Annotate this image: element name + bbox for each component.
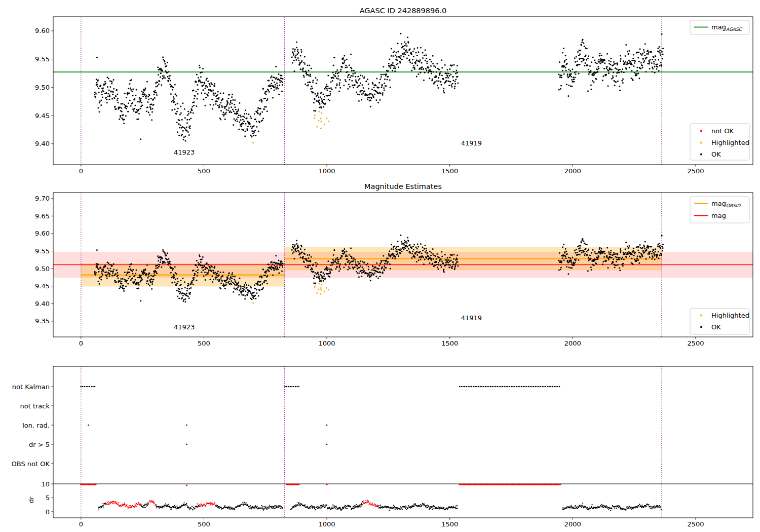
not-kalman-point bbox=[464, 386, 466, 388]
dr-trace-point bbox=[387, 507, 388, 508]
dr-trace-point bbox=[654, 506, 655, 507]
dr-trace-point bbox=[144, 505, 145, 506]
y-tick-label: 9.35 bbox=[35, 317, 50, 325]
legend-marker-sample bbox=[700, 154, 702, 156]
dr-trace-point bbox=[574, 508, 575, 509]
not-kalman-point bbox=[284, 386, 286, 388]
dr-trace-point bbox=[210, 504, 211, 505]
dr-trace-point bbox=[176, 508, 177, 509]
not-kalman-point bbox=[295, 386, 296, 388]
dr-trace-point bbox=[434, 506, 435, 507]
dr-trace-point bbox=[620, 507, 621, 508]
dr-trace-point bbox=[169, 506, 170, 507]
flag-category-label: not Kalman bbox=[12, 383, 50, 391]
dr-trace-point bbox=[447, 509, 448, 510]
dr-trace-point bbox=[420, 506, 421, 507]
dr-trace-point bbox=[261, 508, 262, 509]
dr-trace-point bbox=[587, 507, 588, 508]
obsid-label: 41919 bbox=[461, 314, 482, 322]
not-kalman-point bbox=[459, 386, 461, 388]
dr-trace-point bbox=[371, 503, 372, 504]
dr-trace-point bbox=[388, 506, 389, 507]
dr-trace-point bbox=[390, 508, 391, 509]
dr-trace-point bbox=[240, 504, 241, 505]
dr-trace-point bbox=[605, 507, 606, 508]
dr-trace-point bbox=[397, 509, 398, 510]
dr-trace-point bbox=[374, 503, 375, 504]
not-kalman-point bbox=[497, 386, 499, 388]
not-kalman-point bbox=[543, 386, 545, 388]
not-kalman-point bbox=[495, 386, 497, 388]
dr-trace-point bbox=[257, 508, 258, 509]
x-tick-label: 1500 bbox=[441, 167, 458, 175]
dr-trace-point bbox=[165, 503, 166, 504]
y-tick-label: 9.60 bbox=[35, 230, 50, 237]
dr-trace-point bbox=[438, 506, 439, 507]
not-kalman-point bbox=[555, 386, 557, 388]
not-kalman-point bbox=[552, 386, 553, 388]
dr-trace-point bbox=[362, 501, 363, 502]
dr-trace-point bbox=[426, 505, 427, 506]
dr-trace-point bbox=[174, 505, 175, 506]
dr-trace-point bbox=[606, 506, 607, 507]
dr-trace-point bbox=[657, 507, 658, 508]
dr-trace-point bbox=[134, 507, 135, 508]
dr-trace-point bbox=[377, 506, 378, 507]
plot2-title: Magnitude Estimates bbox=[53, 182, 753, 191]
dr-trace-point bbox=[114, 503, 115, 504]
dr-trace-point bbox=[320, 506, 321, 507]
legend-marker-sample bbox=[700, 315, 702, 317]
dr-trace-point bbox=[355, 507, 356, 508]
dr-trace-point bbox=[326, 505, 327, 506]
not-kalman-point bbox=[481, 386, 483, 388]
y-tick-label: 9.40 bbox=[35, 140, 50, 147]
dr-trace-point bbox=[120, 505, 121, 506]
dr-trace-point bbox=[113, 501, 114, 502]
dr-trace-point bbox=[654, 508, 655, 509]
not-kalman-point bbox=[473, 386, 474, 388]
dr-trace-point bbox=[631, 509, 632, 510]
dr-trace-point bbox=[293, 507, 294, 508]
dr-trace-point bbox=[599, 506, 600, 507]
not-kalman-point bbox=[531, 386, 533, 388]
dr-trace-point bbox=[255, 505, 256, 506]
dr-trace-point bbox=[171, 509, 172, 510]
dr-trace-point bbox=[164, 506, 165, 507]
dr-trace-point bbox=[232, 508, 233, 509]
dr-trace-point bbox=[582, 503, 583, 504]
dr-trace-point bbox=[621, 509, 622, 510]
dr-trace-point bbox=[660, 507, 661, 508]
dr-trace-point bbox=[124, 503, 125, 504]
x-tick-label: 2000 bbox=[564, 167, 581, 175]
not-kalman-point bbox=[538, 386, 540, 388]
dr-trace-point bbox=[256, 507, 257, 508]
not-kalman-point bbox=[542, 386, 543, 388]
dr-trace-point bbox=[393, 508, 394, 509]
dr-gt5-point bbox=[186, 444, 187, 445]
not-kalman-point bbox=[486, 386, 488, 388]
dr-trace-point bbox=[393, 505, 394, 506]
dr-trace-point bbox=[452, 506, 453, 507]
not-kalman-point bbox=[468, 386, 469, 388]
not-kalman-point bbox=[522, 386, 524, 388]
x-tick-label: 2500 bbox=[687, 167, 704, 175]
dr-trace-point bbox=[368, 501, 369, 502]
dr-trace-point bbox=[394, 506, 395, 507]
plot1-title: AGASC ID 242889896.0 bbox=[53, 7, 753, 15]
dr-trace-point bbox=[627, 506, 628, 507]
x-tick-label: 2500 bbox=[687, 520, 704, 528]
dr-trace-point bbox=[135, 506, 136, 507]
dr-trace-point bbox=[343, 508, 344, 509]
dr-trace-point bbox=[331, 507, 332, 508]
dr-trace-point bbox=[210, 502, 211, 503]
dr-trace-point bbox=[632, 507, 633, 508]
dr-trace-point bbox=[356, 506, 357, 507]
dr-trace-point bbox=[183, 503, 184, 504]
not-kalman-point bbox=[81, 386, 82, 388]
dr-trace-point bbox=[102, 503, 103, 504]
dr-trace-point bbox=[126, 504, 127, 505]
dr-trace-point bbox=[168, 504, 169, 505]
dr-trace-point bbox=[118, 504, 119, 505]
dr-trace-point bbox=[578, 506, 579, 507]
y-tick-label: 9.45 bbox=[35, 112, 50, 120]
